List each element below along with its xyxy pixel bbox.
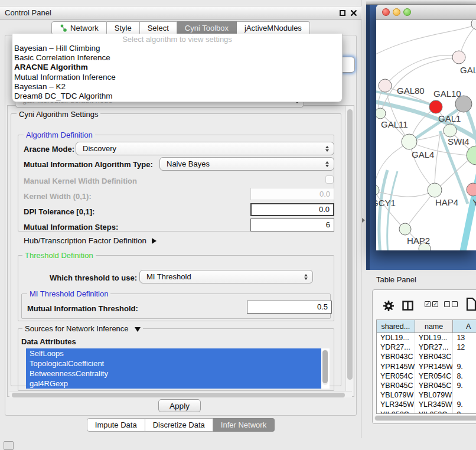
table-row[interactable]: YDL19...YDL19...13 xyxy=(377,333,476,343)
which-threshold-combo[interactable]: MI Threshold xyxy=(139,270,313,283)
network-node[interactable] xyxy=(399,223,411,235)
table-panel-title: Table Panel xyxy=(376,275,416,284)
dock-icon[interactable] xyxy=(4,441,14,450)
network-node[interactable] xyxy=(444,124,457,137)
tab-network[interactable]: Network xyxy=(51,21,107,35)
attribute-list-item[interactable]: BetweennessCentrality xyxy=(26,369,321,379)
network-node[interactable] xyxy=(467,183,476,196)
network-edge[interactable] xyxy=(435,135,440,189)
table-row[interactable]: YER054CYER054C8. xyxy=(377,371,476,381)
aracne-mode-combo[interactable]: Discovery xyxy=(76,142,334,155)
manual-kernel-label: Manual Kernel Width Definition xyxy=(24,177,137,185)
scrollbar-thumb[interactable] xyxy=(375,416,476,420)
network-edge[interactable] xyxy=(376,191,433,197)
table-column-header[interactable]: A xyxy=(453,320,476,332)
settings-horizontal-scrollbar[interactable] xyxy=(9,391,352,397)
apply-button[interactable]: Apply xyxy=(158,399,201,412)
list-scrollbar[interactable] xyxy=(322,350,328,385)
attribute-list-item[interactable]: SelfLoops xyxy=(26,348,321,358)
dropdown-option[interactable]: Mutual Information Inference xyxy=(12,73,342,82)
network-node[interactable] xyxy=(402,134,417,149)
close-traffic-icon[interactable] xyxy=(382,8,390,16)
tab-label: Impute Data xyxy=(95,420,137,429)
sources-title: Sources for Network Inference xyxy=(25,324,129,333)
table-row[interactable]: YBL079WYBL079W xyxy=(377,390,476,400)
settings-gear-icon[interactable] xyxy=(383,300,395,312)
mi-threshold-field[interactable]: 0.5 xyxy=(247,301,332,314)
network-node[interactable] xyxy=(376,185,379,195)
network-node[interactable] xyxy=(452,51,465,64)
network-window: GALGAL80GAL10GAL11GAL1SWI4GAL4GCY1HAP4YH… xyxy=(376,5,476,250)
table-horizontal-scrollbar[interactable] xyxy=(374,415,476,421)
table-cell: 9. xyxy=(453,400,476,409)
network-edge[interactable] xyxy=(379,170,387,250)
node-table[interactable]: shared...nameA YDL19...YDL19...13YDR27..… xyxy=(376,319,476,414)
panel-divider-arrow-icon[interactable] xyxy=(362,218,365,223)
mi-type-combo[interactable]: Naive Bayes xyxy=(159,157,334,171)
tab-cyni-toolbox[interactable]: Cyni Toolbox xyxy=(177,21,237,35)
network-edge[interactable] xyxy=(385,56,459,86)
tab-impute-data[interactable]: Impute Data xyxy=(87,418,145,432)
table-row[interactable]: YIL052CYIL052C9. xyxy=(377,410,476,415)
table-row[interactable]: YDR27...YDR27...12 xyxy=(377,343,476,352)
table-row[interactable]: YBR043CYBR043C xyxy=(377,352,476,361)
tab-select[interactable]: Select xyxy=(140,21,177,35)
table-cell: YBR045C xyxy=(377,381,415,390)
tab-infer-network[interactable]: Infer Network xyxy=(213,418,275,432)
table-column-header[interactable]: name xyxy=(415,320,454,332)
float-icon[interactable] xyxy=(340,10,345,16)
table-cell: YIL052C xyxy=(415,410,454,415)
mi-steps-field[interactable]: 6 xyxy=(250,219,334,231)
table-cell: YER054C xyxy=(415,371,454,381)
network-node[interactable] xyxy=(467,146,476,165)
tab-style[interactable]: Style xyxy=(107,21,140,35)
scrollbar-thumb[interactable] xyxy=(347,109,353,380)
dropdown-option[interactable]: Basic Correlation Inference xyxy=(12,53,342,63)
close-icon[interactable] xyxy=(350,9,357,17)
table-cell xyxy=(453,352,476,361)
select-all-checkboxes-icon[interactable]: ✓✓ xyxy=(425,301,438,307)
table-row[interactable]: YPR145WYPR145W9. xyxy=(377,362,476,371)
table-row[interactable]: YBR045CYBR045C9. xyxy=(377,381,476,390)
file-icon[interactable] xyxy=(466,297,476,311)
zoom-traffic-icon[interactable] xyxy=(403,8,411,16)
kernel-width-field[interactable]: 0.0 xyxy=(250,188,334,200)
attribute-list-item[interactable]: TopologicalCoefficient xyxy=(26,358,321,369)
tab-jactivemnodules[interactable]: jActiveMNodules xyxy=(237,21,310,35)
column-layout-icon[interactable] xyxy=(402,301,413,311)
sources-toggle[interactable]: Sources for Network Inference xyxy=(22,324,143,333)
dpi-tolerance-field[interactable]: 0.0 xyxy=(250,203,334,216)
network-node[interactable] xyxy=(376,108,386,119)
attribute-list-item[interactable]: gal4RGexp xyxy=(26,379,321,389)
table-cell: YLR345W xyxy=(377,400,415,409)
network-node-label: Y xyxy=(472,197,476,207)
settings-vertical-scrollbar[interactable] xyxy=(345,106,353,396)
network-window-titlebar[interactable] xyxy=(376,5,476,20)
hub-definition-toggle[interactable]: Hub/Transcription Factor Definition xyxy=(24,236,157,245)
network-edge[interactable] xyxy=(376,143,409,189)
network-node[interactable] xyxy=(429,100,442,113)
scrollbar-thumb[interactable] xyxy=(12,393,345,397)
network-node[interactable] xyxy=(428,183,442,197)
table-row[interactable]: YLR345WYLR345W9. xyxy=(377,400,476,409)
mi-steps-label: Mutual Information Steps: xyxy=(24,223,118,231)
collapse-down-icon xyxy=(135,327,141,332)
table-column-header[interactable]: shared... xyxy=(377,320,415,332)
dropdown-option[interactable]: Bayesian – K2 xyxy=(12,82,342,92)
dropdown-option[interactable]: ARACNE Algorithm xyxy=(12,63,342,72)
dropdown-option[interactable]: Bayesian – Hill Climbing xyxy=(12,44,342,53)
control-panel-titlebar: Control Panel xyxy=(0,6,361,19)
network-canvas[interactable]: GALGAL80GAL10GAL11GAL1SWI4GAL4GCY1HAP4YH… xyxy=(376,20,476,250)
network-edge[interactable] xyxy=(435,157,472,191)
kernel-width-label: Kernel Width (0,1): xyxy=(24,192,92,201)
data-attributes-list[interactable]: SelfLoopsTopologicalCoefficientBetweenne… xyxy=(26,348,330,389)
network-node[interactable] xyxy=(471,20,476,30)
minimize-traffic-icon[interactable] xyxy=(393,8,400,16)
dropdown-option[interactable]: Dream8 DC_TDC Algorithm xyxy=(12,92,342,101)
scrollbar-thumb[interactable] xyxy=(322,350,328,383)
table-cell: 9. xyxy=(453,410,476,415)
manual-kernel-checkbox[interactable] xyxy=(325,175,334,184)
deselect-all-checkboxes-icon[interactable] xyxy=(444,301,458,307)
network-node[interactable] xyxy=(379,79,392,92)
tab-discretize-data[interactable]: Discretize Data xyxy=(145,418,213,432)
